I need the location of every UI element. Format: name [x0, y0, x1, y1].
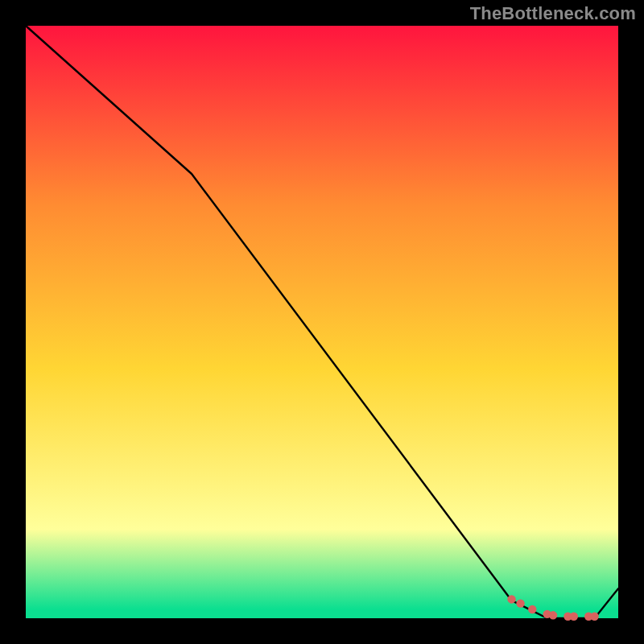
plot-area: [26, 26, 618, 618]
chart-canvas: TheBottleneck.com: [0, 0, 644, 644]
data-marker: [570, 613, 578, 621]
bottleneck-chart: [0, 0, 644, 644]
data-marker: [590, 613, 598, 621]
data-marker: [507, 595, 515, 603]
watermark-text: TheBottleneck.com: [470, 3, 636, 24]
data-marker: [549, 611, 557, 619]
data-marker: [516, 599, 524, 607]
data-marker: [528, 605, 536, 613]
